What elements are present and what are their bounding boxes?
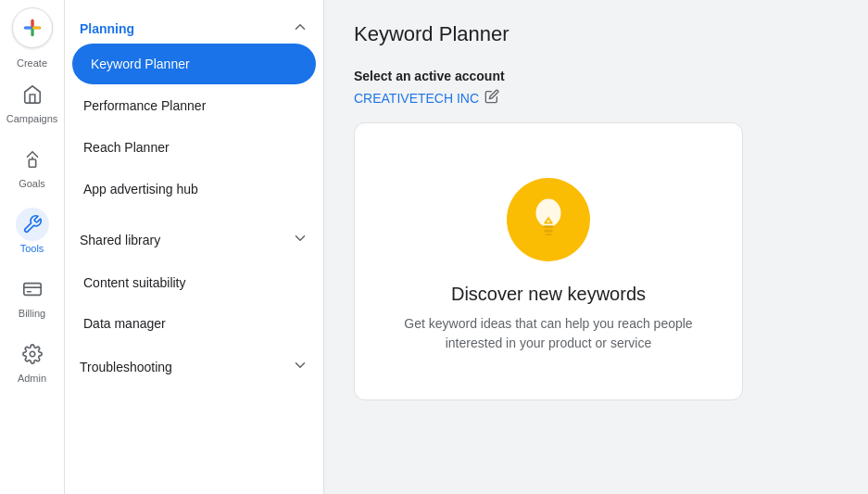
bulb-circle (507, 178, 590, 261)
card-description: Get keyword ideas that can help you reac… (400, 314, 697, 353)
page-title: Keyword Planner (354, 22, 838, 46)
planning-section-header[interactable]: Planning (65, 11, 323, 43)
shared-library-chevron-icon (292, 230, 308, 249)
troubleshooting-title: Troubleshooting (80, 360, 172, 374)
tools-icon (16, 208, 49, 241)
account-section: Select an active account CREATIVETECH IN… (354, 69, 838, 108)
admin-label: Admin (18, 373, 46, 384)
planning-chevron-up-icon (292, 19, 308, 39)
sidebar-item-goals[interactable]: Goals (5, 135, 60, 196)
campaigns-label: Campaigns (6, 113, 58, 124)
troubleshooting-chevron-icon (292, 357, 308, 376)
shared-library-header[interactable]: Shared library (65, 217, 323, 262)
svg-rect-6 (24, 27, 32, 30)
create-label: Create (17, 57, 47, 69)
main-content: Keyword Planner Select an active account… (324, 0, 868, 494)
svg-rect-8 (29, 159, 35, 167)
sidebar-item-billing[interactable]: Billing (5, 265, 60, 326)
account-name: CREATIVETECH INC (354, 91, 479, 106)
nav-item-content-suitability[interactable]: Content suitability (65, 262, 323, 303)
sidebar-item-admin[interactable]: Admin (5, 330, 60, 391)
nav-panel: Planning Keyword Planner Performance Pla… (65, 0, 324, 494)
campaigns-icon (16, 78, 49, 111)
svg-rect-20 (545, 234, 551, 235)
sidebar-item-tools[interactable]: Tools (5, 200, 60, 261)
svg-point-13 (30, 351, 35, 357)
svg-rect-10 (23, 284, 40, 296)
tools-label: Tools (20, 243, 44, 254)
account-label: Select an active account (354, 69, 838, 83)
create-button[interactable] (12, 7, 53, 48)
nav-item-data-manager[interactable]: Data manager (65, 303, 323, 344)
lightbulb-icon (523, 195, 573, 245)
svg-rect-19 (545, 229, 553, 232)
nav-item-keyword-planner[interactable]: Keyword Planner (72, 44, 316, 84)
sidebar-narrow: Create Campaigns Goals Tools (0, 0, 65, 494)
discover-keywords-card: Discover new keywords Get keyword ideas … (354, 122, 743, 400)
nav-item-app-advertising-hub[interactable]: App advertising hub (65, 169, 316, 209)
billing-label: Billing (19, 308, 45, 319)
shared-library-title: Shared library (80, 233, 160, 247)
card-title: Discover new keywords (451, 284, 646, 305)
troubleshooting-header[interactable]: Troubleshooting (65, 344, 323, 389)
goals-label: Goals (19, 178, 45, 189)
billing-icon (16, 272, 49, 306)
admin-icon (16, 337, 49, 371)
planning-title: Planning (80, 21, 134, 36)
svg-rect-7 (32, 27, 41, 30)
goals-icon (16, 143, 49, 176)
bulb-icon-container (507, 178, 590, 261)
svg-rect-18 (544, 225, 554, 228)
account-name-row: CREATIVETECH INC (354, 89, 838, 108)
nav-item-reach-planner[interactable]: Reach Planner (65, 127, 316, 168)
sidebar-item-campaigns[interactable]: Campaigns (5, 70, 60, 132)
edit-account-icon[interactable] (484, 89, 499, 108)
nav-item-performance-planner[interactable]: Performance Planner (65, 85, 316, 126)
